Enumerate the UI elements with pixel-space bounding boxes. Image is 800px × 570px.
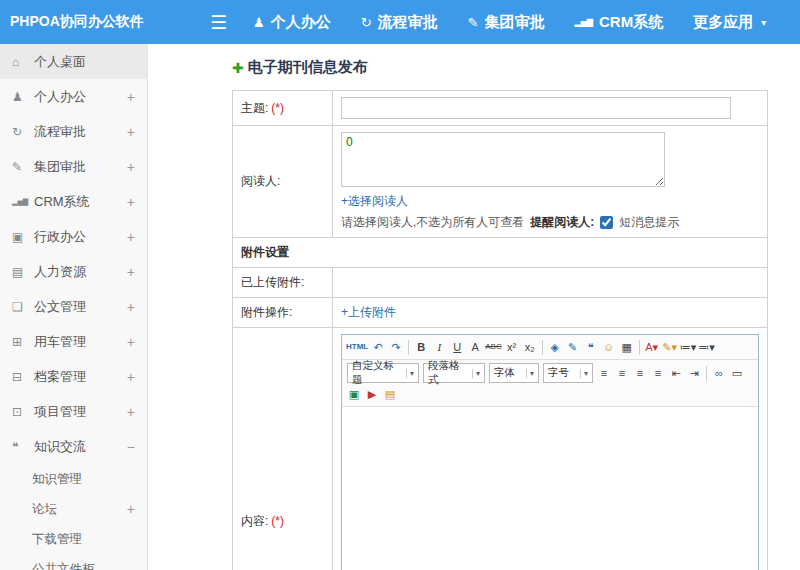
expand-icon[interactable]: + [127, 369, 135, 385]
nav-item-group-approval[interactable]: ✎ 集团审批 [468, 13, 545, 32]
subject-input[interactable] [341, 97, 731, 119]
format-painter-button[interactable]: ✎ [565, 338, 581, 356]
align-justify-button[interactable]: ≡ [650, 364, 666, 382]
html-source-button[interactable]: HTML [346, 338, 368, 356]
sidebar-subitem-knowledge-mgmt[interactable]: 知识管理 [0, 464, 147, 494]
nav-item-crm[interactable]: ▂▅▇ CRM系统 [575, 13, 664, 32]
sidebar-item-vehicle-mgmt[interactable]: ⊞ 用车管理 + [0, 324, 147, 359]
unordered-list-button[interactable]: ≕▾ [698, 338, 715, 356]
sms-notify-checkbox[interactable] [600, 216, 613, 229]
sidebar-item-workflow-approval[interactable]: ↻ 流程审批 + [0, 114, 147, 149]
expand-icon[interactable]: + [127, 501, 135, 517]
link-button[interactable]: ∞ [711, 364, 727, 382]
sidebar-item-personal-office[interactable]: ♟ 个人办公 + [0, 79, 147, 114]
expand-icon[interactable]: + [127, 124, 135, 140]
sidebar-item-knowledge-exchange[interactable]: ❝ 知识交流 − [0, 429, 147, 464]
font-select-value: 字体 [494, 366, 515, 380]
horizontal-rule-button[interactable]: ▭ [729, 364, 745, 382]
sidebar-subitem-download-mgmt[interactable]: 下载管理 [0, 524, 147, 554]
blockquote-button[interactable]: ❝ [583, 338, 599, 356]
strikethrough-button[interactable]: ABC [485, 338, 501, 356]
expand-icon[interactable]: + [127, 194, 135, 210]
expand-icon[interactable]: + [127, 229, 135, 245]
page-title-text: 电子期刊信息发布 [248, 58, 368, 77]
nav-item-workflow-approval[interactable]: ↻ 流程审批 [361, 13, 438, 32]
person-icon: ♟ [12, 90, 34, 104]
ordered-list-button[interactable]: ≔▾ [680, 338, 697, 356]
chart-icon: ▂▅▇ [575, 18, 593, 27]
heading-select[interactable]: 自定义标题 ▾ [347, 363, 419, 383]
align-right-button[interactable]: ≡ [632, 364, 648, 382]
toolbar-separator [542, 340, 543, 355]
font-size-select[interactable]: 字号 ▾ [543, 363, 593, 383]
indent-decrease-button[interactable]: ⇤ [668, 364, 684, 382]
sidebar-subitem-public-file-cabinet[interactable]: 公共文件柜 [0, 554, 147, 570]
upload-attachment-link[interactable]: +上传附件 [341, 305, 396, 319]
sidebar-item-hr[interactable]: ▤ 人力资源 + [0, 254, 147, 289]
document-icon: ❏ [12, 300, 34, 314]
expand-icon[interactable]: + [127, 404, 135, 420]
editor-content-area[interactable] [342, 407, 758, 570]
font-style-button[interactable]: A [467, 338, 483, 356]
expand-icon[interactable]: + [127, 264, 135, 280]
required-mark: (*) [271, 101, 284, 115]
insert-media-button[interactable]: ▶ [364, 385, 380, 403]
uploaded-attachments-label: 已上传附件: [241, 275, 304, 289]
subject-label: 主题: [241, 101, 268, 115]
menu-icon[interactable]: ☰ [210, 11, 227, 34]
subscript-button[interactable]: x₂ [522, 338, 538, 356]
sidebar-item-label: CRM系统 [34, 193, 127, 211]
superscript-button[interactable]: x² [504, 338, 520, 356]
sidebar-item-label: 档案管理 [34, 368, 127, 386]
font-color-button[interactable]: A▾ [644, 338, 660, 356]
italic-button[interactable]: I [431, 338, 447, 356]
insert-image-button[interactable]: ▣ [346, 385, 362, 403]
font-family-select[interactable]: 字体 ▾ [489, 363, 539, 383]
select-readers-link[interactable]: +选择阅读人 [341, 194, 408, 208]
emotion-button[interactable]: ☺ [601, 338, 617, 356]
align-left-button[interactable]: ≡ [596, 364, 612, 382]
expand-icon[interactable]: + [127, 334, 135, 350]
expand-icon[interactable]: + [127, 299, 135, 315]
expand-icon[interactable]: + [127, 89, 135, 105]
nav-label: 集团审批 [485, 13, 545, 32]
nav-item-more-apps[interactable]: 更多应用 ▾ [693, 13, 766, 32]
underline-button[interactable]: U [449, 338, 465, 356]
sidebar-subitem-label: 公共文件柜 [32, 561, 135, 570]
sidebar-item-group-approval[interactable]: ✎ 集团审批 + [0, 149, 147, 184]
toolbar-separator [639, 340, 640, 355]
sidebar-item-crm[interactable]: ▂▅▇ CRM系统 + [0, 184, 147, 219]
highlight-color-button[interactable]: ✎▾ [662, 338, 678, 356]
required-mark: (*) [271, 514, 284, 528]
sidebar-item-archive-mgmt[interactable]: ⊟ 档案管理 + [0, 359, 147, 394]
attachment-section-row: 附件设置 [233, 238, 768, 268]
subject-row: 主题:(*) [233, 91, 768, 126]
edit-icon: ✎ [468, 15, 479, 30]
sidebar-item-document-mgmt[interactable]: ❏ 公文管理 + [0, 289, 147, 324]
remove-format-button[interactable]: ◈ [547, 338, 563, 356]
indent-increase-button[interactable]: ⇥ [686, 364, 702, 382]
readers-input-cell: 0 +选择阅读人 请选择阅读人,不选为所有人可查看 提醒阅读人: 短消息提示 [333, 126, 768, 238]
sidebar-item-personal-desktop[interactable]: ⌂ 个人桌面 [0, 44, 147, 79]
expand-icon[interactable]: + [127, 159, 135, 175]
readers-label: 阅读人: [241, 174, 280, 188]
collapse-icon[interactable]: − [127, 439, 135, 455]
toolbar-separator [706, 366, 707, 381]
nav-item-personal-office[interactable]: ♟ 个人办公 [253, 13, 331, 32]
sidebar-item-admin-office[interactable]: ▣ 行政办公 + [0, 219, 147, 254]
bold-button[interactable]: B [413, 338, 429, 356]
attachment-button[interactable]: ▤ [382, 385, 398, 403]
rich-text-editor: HTML↶↷BIUAABCx²x₂◈✎❝☺▦A▾✎▾≔▾≕▾ 自定义标题 ▾ 段… [341, 334, 759, 570]
align-center-button[interactable]: ≡ [614, 364, 630, 382]
undo-button[interactable]: ↶ [370, 338, 386, 356]
sms-notify-label: 短消息提示 [619, 214, 679, 231]
chat-icon: ❝ [12, 440, 34, 454]
table-button[interactable]: ▦ [619, 338, 635, 356]
sidebar-subitem-forum[interactable]: 论坛 + [0, 494, 147, 524]
sidebar-item-project-mgmt[interactable]: ⊡ 项目管理 + [0, 394, 147, 429]
readers-textarea[interactable]: 0 [341, 132, 665, 187]
paragraph-format-select[interactable]: 段落格式 ▾ [423, 363, 485, 383]
redo-button[interactable]: ↷ [388, 338, 404, 356]
car-icon: ⊞ [12, 335, 34, 349]
sidebar-subitem-label: 论坛 [32, 501, 127, 518]
